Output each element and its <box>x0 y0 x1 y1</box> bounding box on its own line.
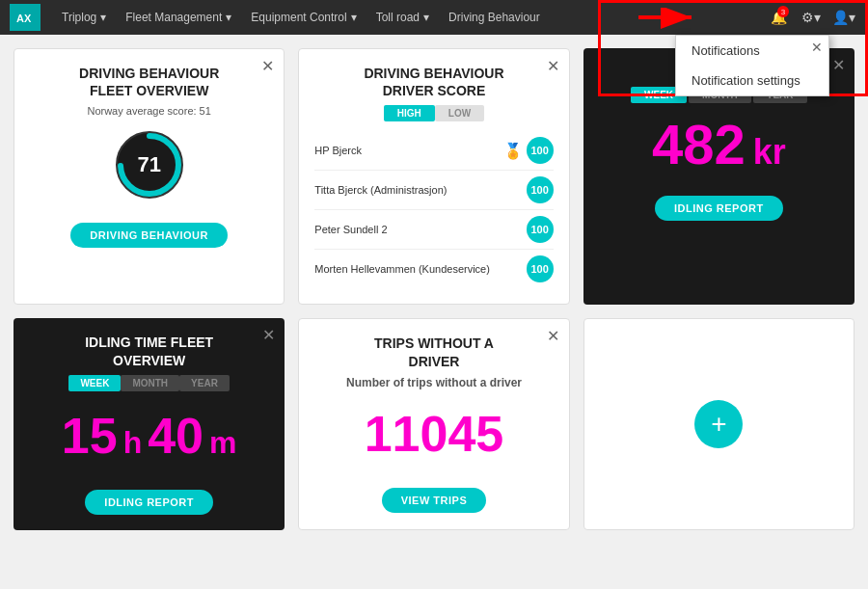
dashboard-grid: ✕ DRIVING BEHAVIOUR FLEET OVERVIEW Norwa… <box>0 35 868 544</box>
driver-score-close-button[interactable]: ✕ <box>547 57 559 75</box>
navbar: AX Triplog ▾ Fleet Management ▾ Equipmen… <box>0 0 868 35</box>
idling-tab-month[interactable]: MONTH <box>121 375 179 391</box>
idling-time-value: 15 h 40 m <box>29 407 269 465</box>
gauge-score-value: 71 <box>137 152 160 177</box>
dropdown-notification-settings-item[interactable]: Notification settings <box>676 66 828 95</box>
tab-low[interactable]: LOW <box>435 105 484 121</box>
driver-name-3: Morten Hellevammen (Kundeservice) <box>314 263 490 275</box>
driving-behaviour-subtitle: Norway average score: 51 <box>30 105 268 117</box>
user-button[interactable]: 👤▾ <box>829 3 858 32</box>
gauge-container: 71 <box>30 126 268 203</box>
idling-minutes-unit: m <box>209 425 236 461</box>
idling-time-close-button[interactable]: ✕ <box>262 326 275 344</box>
driver-name-0: HP Bjerck <box>314 145 362 156</box>
driver-row-2: Peter Sundell 2 100 <box>314 210 553 250</box>
score-badge-1: 100 <box>527 176 554 203</box>
nav-right-controls: 🔔 3 ⚙▾ 👤▾ <box>764 3 858 32</box>
add-card: + <box>583 318 854 529</box>
settings-button[interactable]: ⚙▾ <box>797 3 826 32</box>
cost-row: 482 kr <box>599 117 839 173</box>
idling-hours: 15 <box>62 407 118 465</box>
idling-tab-week[interactable]: WEEK <box>68 375 121 391</box>
driver-name-1: Titta Bjerck (Administrasjon) <box>314 184 447 196</box>
notification-badge: 3 <box>777 6 789 17</box>
idling-minutes: 40 <box>148 407 203 465</box>
dropdown-close-button[interactable]: ✕ <box>811 40 823 55</box>
score-gauge: 71 <box>111 126 188 203</box>
nav-toll-road[interactable]: Toll road ▾ <box>366 0 439 35</box>
abax-logo: AX <box>10 4 41 31</box>
idling-time-fleet-card: ✕ IDLING TIME FLEET OVERVIEW WEEK MONTH … <box>14 318 285 529</box>
driving-behaviour-fleet-card: ✕ DRIVING BEHAVIOUR FLEET OVERVIEW Norwa… <box>14 48 285 305</box>
nav-triplog[interactable]: Triplog ▾ <box>52 0 116 35</box>
idling-tab-year[interactable]: YEAR <box>179 375 230 391</box>
driver-list: HP Bjerck 🏅 100 Titta Bjerck (Administra… <box>314 131 553 288</box>
driver-score-card: ✕ DRIVING BEHAVIOUR DRIVER SCORE HIGH LO… <box>298 48 569 305</box>
nav-fleet-management[interactable]: Fleet Management ▾ <box>116 0 241 35</box>
tab-high[interactable]: HIGH <box>384 105 435 121</box>
score-tabs: HIGH LOW <box>314 105 553 121</box>
trips-close-button[interactable]: ✕ <box>547 327 559 345</box>
score-badge-2: 100 <box>527 216 554 243</box>
driver-name-2: Peter Sundell 2 <box>314 224 387 235</box>
idling-time-fleet-title: IDLING TIME FLEET OVERVIEW <box>29 334 269 368</box>
idling-overview-close-button[interactable]: ✕ <box>832 56 845 74</box>
driver-score-group-3: 100 <box>527 255 554 282</box>
driving-behaviour-button[interactable]: DRIVING BEHAVIOUR <box>70 223 228 248</box>
idling-time-button[interactable]: IDLING REPORT <box>85 490 213 515</box>
nav-equipment-control[interactable]: Equipment Control ▾ <box>241 0 366 35</box>
idling-hours-unit: h <box>123 425 143 461</box>
idling-cost-value: 482 <box>652 117 746 173</box>
idling-overview-button[interactable]: IDLING REPORT <box>655 196 783 221</box>
view-trips-button[interactable]: VIEW TRIPS <box>382 488 487 513</box>
nav-driving-behaviour[interactable]: Driving Behaviour <box>439 0 550 35</box>
idling-cost-unit: kr <box>753 132 786 173</box>
trips-title: TRIPS WITHOUT A DRIVER <box>314 335 553 369</box>
red-arrow-indicator <box>629 8 706 60</box>
svg-text:AX: AX <box>16 13 32 24</box>
driver-score-group-0: 🏅 100 <box>503 137 554 164</box>
medal-icon-0: 🏅 <box>503 142 523 160</box>
driver-row-3: Morten Hellevammen (Kundeservice) 100 <box>314 250 553 288</box>
trips-subtitle: Number of trips without a driver <box>314 376 553 389</box>
driver-row-1: Titta Bjerck (Administrasjon) 100 <box>314 171 553 210</box>
driver-score-group-1: 100 <box>527 176 554 203</box>
score-badge-3: 100 <box>527 255 554 282</box>
driver-row-0: HP Bjerck 🏅 100 <box>314 131 553 171</box>
notifications-button[interactable]: 🔔 3 <box>764 3 793 32</box>
driving-behaviour-fleet-title: DRIVING BEHAVIOUR FLEET OVERVIEW <box>30 65 268 99</box>
trips-without-driver-card: ✕ TRIPS WITHOUT A DRIVER Number of trips… <box>298 318 569 529</box>
add-card-button[interactable]: + <box>694 400 743 448</box>
driving-behaviour-close-button[interactable]: ✕ <box>261 57 274 75</box>
trips-value: 11045 <box>314 405 553 463</box>
driver-score-title: DRIVING BEHAVIOUR DRIVER SCORE <box>314 65 553 99</box>
idling-time-tabs: WEEK MONTH YEAR <box>29 375 269 391</box>
score-badge-0: 100 <box>527 137 554 164</box>
driver-score-group-2: 100 <box>527 216 554 243</box>
